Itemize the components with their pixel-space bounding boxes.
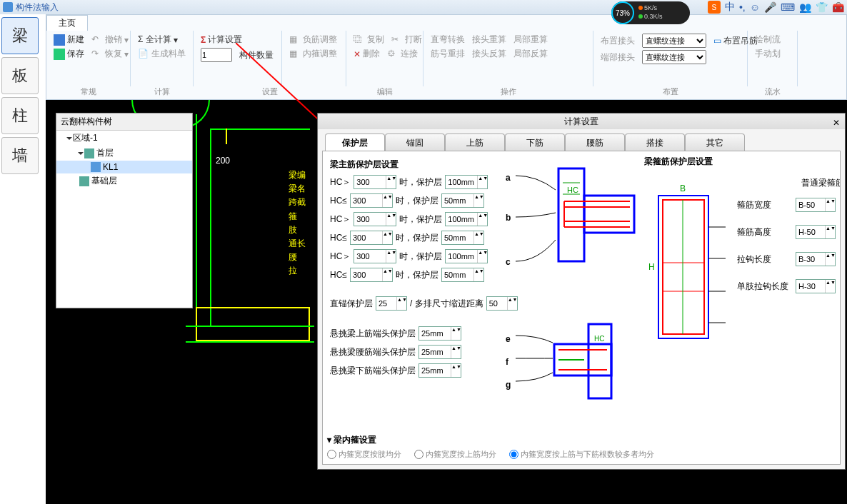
cmd-new[interactable]: 新建 (54, 34, 84, 46)
stirrup-height-input[interactable]: ▲▼ (796, 225, 836, 239)
sogou-icon[interactable]: S (708, 1, 721, 14)
grp-label-edit: 编辑 (346, 86, 424, 99)
cmd-calc-settings[interactable]: Σ 计算设置 (201, 34, 242, 46)
cmd-link[interactable]: ⯐连接 (387, 48, 418, 60)
ime-smiley-icon[interactable]: ☺ (750, 1, 760, 13)
rail-beam-button[interactable]: 梁 (1, 17, 39, 54)
performance-widget[interactable]: 73% 5K/s 0.3K/s (611, 1, 690, 24)
tree-zone[interactable]: 区域-1 (56, 131, 192, 146)
cover-a-le-input[interactable]: ▲▼ (441, 193, 484, 208)
ime-skin-icon[interactable]: 👕 (816, 1, 828, 13)
cmd-undo[interactable]: ↶撤销 ▾ (91, 34, 129, 46)
cpu-percent: 73% (611, 1, 634, 24)
tree-title: 云翻样构件树 (56, 114, 192, 131)
straight-anchor-input[interactable]: ▲▼ (376, 296, 407, 311)
rail-wall-button[interactable]: 墙 (1, 137, 39, 174)
hc-row-a-le: HC≤ ▲▼ 时，保护层 ▲▼ (330, 193, 501, 208)
ime-punct-icon[interactable]: •, (739, 1, 746, 13)
canti-top-input[interactable]: ▲▼ (419, 326, 461, 341)
hc-le-a-input[interactable]: ▲▼ (350, 193, 393, 208)
tab-top[interactable]: 上筋 (445, 133, 505, 151)
tab-lap[interactable]: 搭接 (625, 133, 685, 151)
cmd-curve[interactable]: 直弯转换 (431, 34, 465, 46)
dialog-close-button[interactable]: ✕ (831, 115, 842, 131)
component-count-input[interactable] (201, 48, 232, 62)
cmd-calc-all[interactable]: Σ 全计算 ▾ (138, 34, 186, 46)
cmd-save[interactable]: 保存 (54, 48, 84, 60)
grp-label-calc: 计算 (131, 86, 194, 99)
cmd-neg-adj[interactable]: ▦负筋调整 (289, 34, 339, 46)
cmd-break[interactable]: ✂打断 (391, 34, 422, 46)
tab-waist[interactable]: 腰筋 (565, 133, 625, 151)
tab-bot[interactable]: 下筋 (505, 133, 565, 151)
canti-waist-input[interactable]: ▲▼ (419, 345, 461, 359)
stirrup-width-row: 箍筋宽度 ▲▼ (737, 198, 841, 212)
cmd-end-conn[interactable]: 端部接头 (601, 51, 635, 64)
tab-anchor[interactable]: 锚固 (385, 133, 445, 151)
grp-label-ops: 操作 (424, 86, 593, 99)
tree-floor-1[interactable]: 首层 (56, 146, 192, 161)
svg-text:HC: HC (567, 186, 578, 194)
pt-b: b (506, 213, 511, 223)
cmd-bom[interactable]: 📄生成料单 (138, 48, 186, 60)
cmd-loc-back[interactable]: 局部反算 (513, 48, 548, 60)
cmd-inner-adj[interactable]: ▦内箍调整 (289, 48, 339, 60)
grp-label-flow: 流水 (748, 86, 798, 99)
ime-keyboard-icon[interactable]: ⌨ (781, 1, 795, 13)
svg-text:HC: HC (594, 335, 604, 343)
cover-a-gt-input[interactable]: ▲▼ (445, 175, 488, 189)
stirrup-cover-title: 梁箍筋保护层设置 (644, 156, 840, 168)
pt-c: c (506, 257, 511, 267)
cmd-draw-flow[interactable]: 绘制流 (755, 34, 790, 46)
hc-row-c-gt: HC＞ ▲▼ 时，保护层 ▲▼ (330, 249, 501, 263)
dialog-body: 梁主筋保护层设置 HC＞ ▲▼ 时，保护层 ▲▼ HC≤ ▲▼ 时，保护层 ▲▼… (322, 151, 841, 465)
inner-opt-2[interactable]: 内箍宽度按上筋均分 (414, 449, 496, 460)
hc-gt-a-input[interactable]: ▲▼ (354, 175, 396, 189)
tree-kl1[interactable]: KL1 (56, 161, 192, 173)
stirrup-width-input[interactable]: ▲▼ (796, 198, 836, 212)
conn-type-select-2[interactable]: 直螺纹连接 (642, 50, 706, 64)
pt-a: a (506, 173, 511, 183)
hc-row-c-le: HC≤ ▲▼ 时，保护层 ▲▼ (330, 268, 501, 282)
svg-text:H: H (648, 262, 655, 272)
tab-cover[interactable]: 保护层 (325, 133, 385, 151)
cmd-copy[interactable]: ⿻复制 (354, 34, 384, 46)
canti-bot-input[interactable]: ▲▼ (419, 363, 461, 378)
hook-len-row: 拉钩长度 ▲▼ (737, 252, 841, 266)
cmd-redo[interactable]: ↷恢复 ▾ (91, 48, 129, 60)
multi-row-input[interactable]: ▲▼ (486, 296, 518, 311)
stirrup-cover-block: 梁箍筋保护层设置 B H 普通梁箍筋 (644, 156, 840, 173)
inner-opt-1[interactable]: 内箍宽度按肢均分 (327, 449, 401, 460)
cmd-conn-back[interactable]: 接头反算 (472, 48, 506, 60)
canti-top-row: 悬挑梁上筋端头保护层 ▲▼ (330, 326, 501, 341)
ime-user-icon[interactable]: 👥 (799, 1, 811, 13)
left-category-rail: 梁 板 柱 墙 (0, 14, 41, 177)
grp-label-layout: 布置 (593, 86, 748, 99)
inner-opt-3[interactable]: 内箍宽度按上筋与下筋根数较多者均分 (509, 449, 654, 460)
stirrup-height-row: 箍筋高度 ▲▼ (737, 225, 841, 239)
cmd-delete[interactable]: ✕ 删除 (354, 48, 380, 60)
single-hook-input[interactable]: ▲▼ (796, 279, 836, 293)
tree-base-floor[interactable]: 基础层 (56, 173, 192, 188)
canvas-dim-200: 200 (216, 154, 230, 168)
tab-other[interactable]: 其它 (685, 133, 745, 151)
cmd-conn-recalc[interactable]: 接头重算 (472, 34, 506, 46)
rail-column-button[interactable]: 柱 (1, 97, 39, 134)
ime-toolbox-icon[interactable]: 🧰 (832, 1, 844, 13)
pt-f: f (506, 357, 508, 367)
cmd-place-conn[interactable]: 布置接头 (601, 35, 635, 47)
ime-lang[interactable]: 中 (725, 1, 735, 14)
ribbon-tab-home[interactable]: 主页 (46, 15, 88, 31)
cmd-loc-recalc[interactable]: 局部重算 (513, 34, 548, 46)
inner-title: 梁内箍设置 (334, 435, 376, 445)
ime-toolbar[interactable]: S 中 •, ☺ 🎤 ⌨ 👥 👕 🧰 (708, 0, 844, 14)
cmd-renum[interactable]: 筋号重排 (431, 48, 465, 60)
rail-slab-button[interactable]: 板 (1, 57, 39, 94)
dialog-title[interactable]: 计算设置 ✕ (318, 114, 845, 129)
ime-mic-icon[interactable]: 🎤 (764, 1, 776, 13)
hook-len-input[interactable]: ▲▼ (796, 252, 836, 266)
conn-type-select-1[interactable]: 直螺纹连接 (642, 34, 706, 48)
svg-text:B: B (680, 183, 686, 193)
pt-g: g (506, 380, 511, 390)
cmd-manual-flow[interactable]: 手动划 (755, 48, 790, 60)
